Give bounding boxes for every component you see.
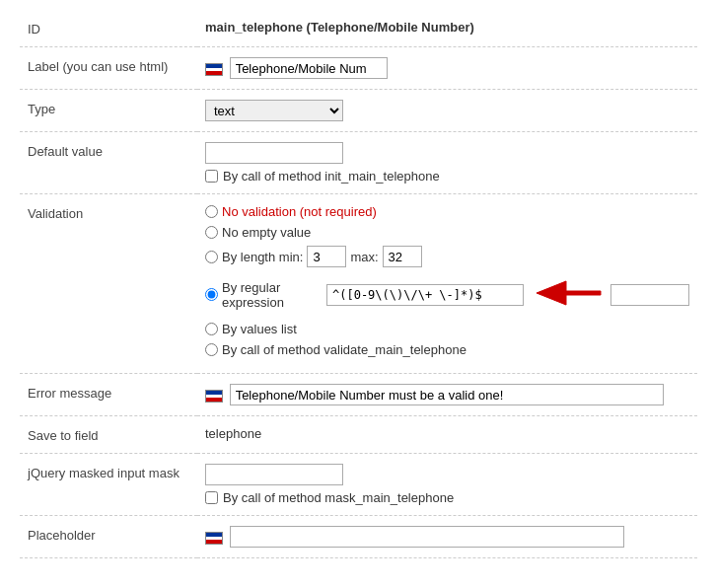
validation-by-values-radio[interactable] bbox=[205, 323, 218, 335]
regex-extra-input[interactable] bbox=[610, 284, 689, 306]
validation-by-length-radio[interactable] bbox=[205, 251, 218, 263]
length-max-label: max: bbox=[350, 250, 378, 264]
default-method-label: By call of method init_main_telephone bbox=[223, 169, 440, 184]
default-method-checkbox[interactable] bbox=[205, 170, 218, 183]
error-message-input[interactable] bbox=[230, 384, 664, 405]
svg-marker-0 bbox=[537, 281, 601, 305]
type-select[interactable]: text email number tel url bbox=[205, 100, 343, 121]
id-value: main_telephone (Telephone/Mobile Number) bbox=[205, 20, 474, 35]
regex-input[interactable] bbox=[326, 284, 524, 306]
jquery-mask-method-checkbox[interactable] bbox=[205, 491, 218, 504]
save-to-field-value: telephone bbox=[205, 426, 261, 441]
validation-by-length-label: By length min: bbox=[222, 250, 303, 264]
validation-by-regex-radio[interactable] bbox=[205, 288, 218, 301]
flag-icon-error bbox=[205, 390, 223, 403]
validation-no-validation-radio[interactable] bbox=[205, 205, 218, 218]
arrow-indicator bbox=[532, 273, 610, 316]
placeholder-input[interactable] bbox=[230, 526, 624, 548]
validation-no-validation-label: No validation (not required) bbox=[222, 204, 377, 219]
validation-no-empty-radio[interactable] bbox=[205, 226, 218, 239]
jquery-mask-label: jQuery masked input mask bbox=[20, 454, 197, 516]
type-label: Type bbox=[20, 90, 197, 132]
label-input[interactable] bbox=[230, 57, 388, 79]
length-min-input[interactable] bbox=[307, 246, 346, 267]
default-label: Default value bbox=[20, 132, 197, 194]
validation-by-regex-label: By regular expression bbox=[222, 280, 321, 310]
jquery-mask-input[interactable] bbox=[205, 464, 343, 485]
flag-icon-label bbox=[205, 63, 223, 76]
save-to-field-label: Save to field bbox=[20, 416, 197, 454]
validation-label: Validation bbox=[20, 194, 197, 374]
validation-by-method-radio[interactable] bbox=[205, 343, 218, 356]
default-input[interactable] bbox=[205, 142, 343, 164]
flag-icon-placeholder bbox=[205, 532, 223, 545]
length-max-input[interactable] bbox=[383, 246, 422, 267]
validation-by-values-label: By values list bbox=[222, 322, 297, 336]
placeholder-label: Placeholder bbox=[20, 516, 197, 558]
jquery-mask-method-label: By call of method mask_main_telephone bbox=[223, 490, 454, 505]
error-message-label: Error message bbox=[20, 374, 197, 416]
validation-by-method-label: By call of method validate_main_telephon… bbox=[222, 342, 466, 357]
validation-no-empty-label: No empty value bbox=[222, 225, 311, 240]
id-label: ID bbox=[20, 10, 197, 47]
label-field-label: Label (you can use html) bbox=[20, 47, 197, 90]
